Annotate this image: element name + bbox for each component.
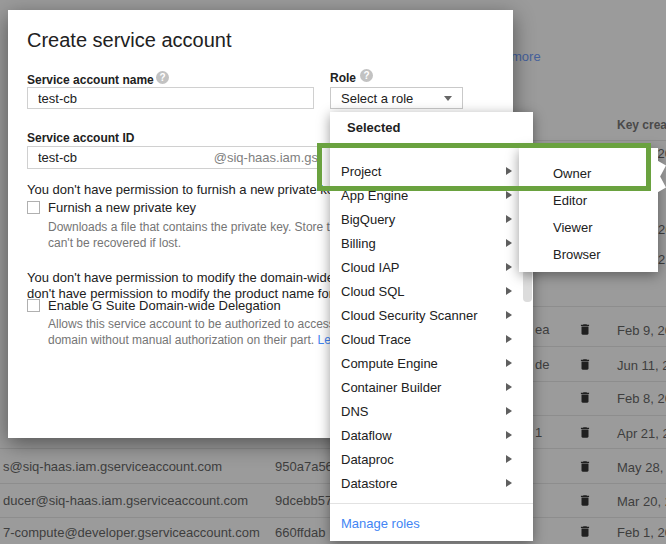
key-id: 9dcebb57 xyxy=(275,493,332,508)
manage-roles-link[interactable]: Manage roles xyxy=(330,504,533,542)
key-date-fragment: 2 xyxy=(658,252,665,267)
menu-item-bigquery[interactable]: BigQuery xyxy=(330,207,533,231)
menu-item-dataproc[interactable]: Dataproc xyxy=(330,447,533,471)
caret-down-icon xyxy=(444,96,452,101)
role-select-value: Select a role xyxy=(341,91,413,106)
key-date: May 28, xyxy=(617,460,663,475)
delete-key-icon xyxy=(578,524,592,539)
submenu-item-viewer[interactable]: Viewer xyxy=(519,214,658,241)
submenu-arrow-icon xyxy=(506,263,512,271)
key-date-fragment: 20 xyxy=(658,222,666,237)
submenu-arrow-icon xyxy=(506,215,512,223)
submenu-arrow-icon xyxy=(506,287,512,295)
delegation-description-line2: domain without manual authorization on t… xyxy=(48,333,348,347)
menu-item-dataflow[interactable]: Dataflow xyxy=(330,423,533,447)
key-date: Feb 8, 20 xyxy=(617,391,666,406)
role-label: Role xyxy=(330,71,356,85)
menu-item-cloud-iap[interactable]: Cloud IAP xyxy=(330,255,533,279)
key-id: 660ffdab xyxy=(275,525,325,540)
submenu-arrow-icon xyxy=(506,455,512,463)
learn-more-link-fragment: more xyxy=(511,49,541,64)
menu-item-compute-engine[interactable]: Compute Engine xyxy=(330,351,533,375)
key-date: Feb 1, 20 xyxy=(617,525,666,540)
submenu-arrow-icon xyxy=(506,239,512,247)
enable-delegation-checkbox-label: Enable G Suite Domain-wide Delegation xyxy=(48,298,281,313)
delegation-permission-notice-line1: You don't have permission to modify the … xyxy=(27,270,345,285)
dialog-title: Create service account xyxy=(27,29,232,52)
delete-key-icon xyxy=(578,322,592,337)
submenu-arrow-icon xyxy=(506,359,512,367)
menu-item-billing[interactable]: Billing xyxy=(330,231,533,255)
service-account-id-suffix: @siq-haas.iam.gs xyxy=(214,150,320,165)
service-account-name-label: Service account name xyxy=(27,73,154,87)
service-account-email: ducer@siq-haas.iam.gserviceaccount.com xyxy=(3,493,248,508)
submenu-arrow-icon xyxy=(506,311,512,319)
help-icon[interactable]: ? xyxy=(360,69,373,82)
key-created-column-header: Key creat xyxy=(617,118,666,132)
delete-key-icon xyxy=(578,357,592,372)
role-select[interactable]: Select a role xyxy=(330,87,463,109)
service-account-id-value[interactable] xyxy=(28,150,214,165)
key-id: 950a7a56 xyxy=(275,459,333,474)
menu-item-container-builder[interactable]: Container Builder xyxy=(330,375,533,399)
enable-delegation-checkbox[interactable] xyxy=(27,299,40,312)
menu-header-selected: Selected xyxy=(330,112,533,143)
role-category-list: Project App Engine BigQuery Billing Clou… xyxy=(330,144,533,495)
furnish-key-checkbox[interactable] xyxy=(27,201,40,214)
table-divider xyxy=(533,140,666,141)
table-divider xyxy=(533,381,666,382)
submenu-arrow-icon xyxy=(506,431,512,439)
furnish-key-description-line1: Downloads a file that contains the priva… xyxy=(48,220,355,234)
submenu-arrow-icon xyxy=(506,479,512,487)
delete-key-icon xyxy=(578,390,592,405)
menu-item-cloud-trace[interactable]: Cloud Trace xyxy=(330,327,533,351)
help-icon[interactable]: ? xyxy=(156,71,169,84)
key-date: Mar 20, 2 xyxy=(617,494,666,509)
submenu-item-editor[interactable]: Editor xyxy=(519,187,658,214)
service-account-id-input[interactable]: @siq-haas.iam.gs xyxy=(27,146,321,169)
key-id-fragment: 1 xyxy=(535,425,542,440)
menu-item-cloud-sql[interactable]: Cloud SQL xyxy=(330,279,533,303)
service-account-email: s@siq-haas.iam.gserviceaccount.com xyxy=(3,459,222,474)
key-date: Jun 11, 2 xyxy=(617,358,666,373)
service-account-id-label: Service account ID xyxy=(27,131,134,145)
submenu-arrow-icon xyxy=(506,191,512,199)
key-date: Feb 9, 20 xyxy=(617,323,666,338)
annotation-highlight-box xyxy=(317,143,651,191)
furnish-key-description-line2: can't be recovered if lost. xyxy=(48,236,181,250)
service-account-email: 7-compute@developer.gserviceaccount.com xyxy=(3,525,260,540)
submenu-item-browser[interactable]: Browser xyxy=(519,241,658,268)
service-account-name-value[interactable] xyxy=(28,91,313,106)
delegation-description-line1: Allows this service account to be author… xyxy=(48,317,350,331)
key-id-fragment: ea xyxy=(535,322,549,337)
menu-item-dns[interactable]: DNS xyxy=(330,399,533,423)
key-permission-notice: You don't have permission to furnish a n… xyxy=(27,182,340,197)
submenu-arrow-icon xyxy=(506,383,512,391)
delete-key-icon xyxy=(578,493,592,508)
furnish-key-checkbox-label: Furnish a new private key xyxy=(48,200,196,215)
key-date: Apr 21, 2 xyxy=(617,426,666,441)
menu-item-datastore[interactable]: Datastore xyxy=(330,471,533,495)
service-account-name-input[interactable] xyxy=(27,87,314,109)
menu-scrollbar-thumb[interactable] xyxy=(523,270,532,302)
submenu-arrow-icon xyxy=(506,335,512,343)
key-id-fragment: de xyxy=(535,357,549,372)
table-divider xyxy=(533,415,666,416)
submenu-arrow-icon xyxy=(506,407,512,415)
table-divider xyxy=(533,306,666,307)
delete-key-icon xyxy=(578,459,592,474)
menu-item-cloud-security-scanner[interactable]: Cloud Security Scanner xyxy=(330,303,533,327)
table-divider xyxy=(533,346,666,347)
delete-key-icon xyxy=(578,425,592,440)
